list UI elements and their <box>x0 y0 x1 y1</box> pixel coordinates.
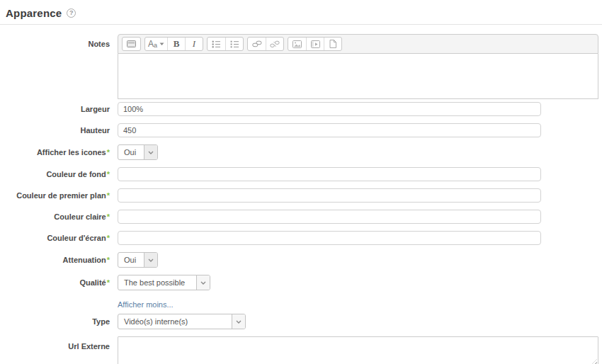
couleur-premier-plan-label: Couleur de premier plan* <box>0 188 115 203</box>
bold-icon: B <box>174 38 180 50</box>
page-title: Apparence <box>6 7 62 19</box>
help-icon[interactable]: ? <box>67 8 76 18</box>
notes-label: Notes <box>0 34 115 99</box>
row-couleur-claire: Couleur claire* <box>0 210 602 224</box>
required-asterisk: * <box>107 170 110 178</box>
editor-toolbar: Aa B I <box>118 34 598 54</box>
row-afficher-icones: Afficher les icones* Oui <box>0 144 602 160</box>
bullet-list-icon <box>212 40 221 48</box>
row-couleur-ecran: Couleur d'écran* <box>0 231 602 245</box>
chevron-down-icon <box>196 275 210 290</box>
collapse-toolbar-button[interactable] <box>123 38 140 50</box>
italic-icon: I <box>193 38 195 50</box>
appearance-form: Notes Aa <box>0 25 602 364</box>
couleur-claire-input[interactable] <box>118 210 541 224</box>
collapse-toolbar-icon <box>127 40 136 47</box>
qualite-label: Qualité* <box>0 275 115 290</box>
required-asterisk: * <box>107 278 110 287</box>
numbered-list-icon <box>230 40 239 48</box>
chevron-down-icon <box>232 314 245 329</box>
required-asterisk: * <box>107 212 110 221</box>
afficher-moins-link[interactable]: Afficher moins... <box>118 300 174 309</box>
largeur-input[interactable] <box>118 102 541 116</box>
required-asterisk: * <box>107 234 110 242</box>
row-attenuation: Attenuation* Oui <box>0 252 602 268</box>
row-qualite: Qualité* The best possible <box>0 275 602 290</box>
chevron-down-icon <box>144 145 157 159</box>
unlink-icon <box>270 40 280 48</box>
row-hauteur: Hauteur <box>0 123 602 137</box>
afficher-icones-label: Afficher les icones* <box>0 144 115 160</box>
chevron-down-icon <box>159 42 164 46</box>
link-button[interactable] <box>248 38 266 50</box>
numbered-list-button[interactable] <box>225 38 243 50</box>
row-url-externe: Url Externe <box>0 336 602 364</box>
font-style-button[interactable]: Aa <box>145 38 167 50</box>
row-couleur-fond: Couleur de fond* <box>0 167 602 181</box>
appearance-settings-page: Apparence ? Notes <box>0 0 602 364</box>
qualite-select[interactable]: The best possible <box>118 275 210 290</box>
couleur-fond-label: Couleur de fond* <box>0 167 115 181</box>
row-largeur: Largeur <box>0 102 602 116</box>
couleur-ecran-label: Couleur d'écran* <box>0 231 115 245</box>
unlink-button[interactable] <box>266 38 283 50</box>
insert-file-button[interactable] <box>324 38 341 50</box>
hauteur-label: Hauteur <box>0 123 115 137</box>
type-label: Type <box>0 314 115 329</box>
hauteur-input[interactable] <box>118 123 541 137</box>
afficher-icones-select[interactable]: Oui <box>118 144 158 160</box>
row-afficher-moins: Afficher moins... <box>0 297 602 310</box>
row-notes: Notes Aa <box>0 34 602 99</box>
section-header: Apparence ? <box>0 6 602 20</box>
spacer <box>0 297 115 310</box>
url-externe-textarea[interactable] <box>118 336 598 364</box>
row-type: Type Vidéo(s) interne(s) <box>0 314 602 329</box>
couleur-ecran-input[interactable] <box>118 231 541 245</box>
insert-image-button[interactable] <box>288 38 306 50</box>
file-icon <box>329 40 336 48</box>
url-externe-label: Url Externe <box>0 336 115 364</box>
font-style-icon: Aa <box>148 39 157 49</box>
attenuation-select[interactable]: Oui <box>118 252 158 268</box>
couleur-claire-label: Couleur claire* <box>0 210 115 224</box>
attenuation-label: Attenuation* <box>0 252 115 268</box>
image-icon <box>293 40 302 48</box>
type-select[interactable]: Vidéo(s) interne(s) <box>118 314 246 329</box>
required-asterisk: * <box>107 148 110 157</box>
notes-content-area[interactable] <box>118 54 598 99</box>
insert-media-button[interactable] <box>306 38 324 50</box>
largeur-label: Largeur <box>0 102 115 116</box>
italic-button[interactable]: I <box>185 38 203 50</box>
couleur-fond-input[interactable] <box>118 167 541 181</box>
media-icon <box>311 40 320 48</box>
bullet-list-button[interactable] <box>208 38 225 50</box>
required-asterisk: * <box>107 191 110 200</box>
row-couleur-premier-plan: Couleur de premier plan* <box>0 188 602 203</box>
bold-button[interactable]: B <box>167 38 185 50</box>
required-asterisk: * <box>107 256 110 264</box>
chevron-down-icon <box>144 253 157 267</box>
notes-editor: Aa B I <box>118 34 598 99</box>
couleur-premier-plan-input[interactable] <box>118 188 541 203</box>
link-icon <box>252 40 262 47</box>
